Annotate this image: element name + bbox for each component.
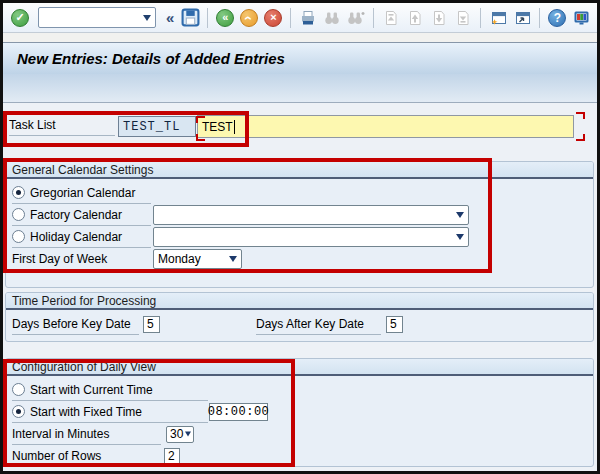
previous-page-button: [405, 8, 425, 28]
first-day-of-week-label: First Day of Week: [12, 252, 107, 266]
holiday-calendar-radio[interactable]: [12, 230, 25, 243]
print-icon: [299, 9, 317, 27]
find-next-button: [346, 8, 366, 28]
fixed-time-field[interactable]: 08:00:00: [209, 403, 268, 421]
task-list-description-field[interactable]: TEST: [197, 115, 574, 138]
first-day-of-week-value: Monday: [158, 252, 201, 266]
interval-value: 30: [170, 427, 183, 441]
title-panel: New Entries: Details of Added Entries: [3, 42, 597, 103]
days-before-key-date-field[interactable]: 5: [143, 316, 160, 333]
chevron-down-icon: [229, 256, 237, 262]
row-key-date-days: Days Before Key Date 5 Days After Key Da…: [12, 313, 593, 335]
enter-button[interactable]: ✓: [10, 8, 30, 28]
interval-in-minutes-label: Interval in Minutes: [12, 427, 109, 441]
selection-bracket-top-right: [576, 112, 585, 119]
holiday-calendar-dropdown[interactable]: [153, 227, 469, 247]
new-session-icon: [489, 9, 508, 27]
print-button[interactable]: [298, 8, 318, 28]
factory-calendar-radio[interactable]: [12, 208, 25, 221]
exit-button[interactable]: ‹: [239, 8, 259, 28]
help-button[interactable]: ?: [547, 8, 567, 28]
find-icon: [323, 9, 341, 27]
gregorian-calendar-radio[interactable]: [12, 186, 25, 199]
enter-check-icon: ✓: [11, 9, 29, 27]
help-icon: ?: [548, 9, 566, 27]
cancel-button[interactable]: ×: [263, 8, 283, 28]
task-list-description-value: TEST: [202, 120, 233, 134]
command-dropdown-icon[interactable]: [143, 15, 151, 21]
create-shortcut-button[interactable]: [512, 8, 532, 28]
group-time-period: Time Period for Processing Days Before K…: [5, 292, 594, 342]
first-page-icon: [382, 9, 400, 27]
row-factory-calendar: Factory Calendar: [12, 204, 593, 226]
find-button: [322, 8, 342, 28]
row-start-current-time: Start with Current Time: [12, 379, 593, 401]
command-input[interactable]: [42, 9, 138, 26]
gregorian-calendar-label: Gregorian Calendar: [30, 186, 135, 200]
factory-calendar-dropdown[interactable]: [153, 205, 469, 225]
row-interval-minutes: Interval in Minutes 30: [12, 423, 593, 445]
group-title: Configuration of Daily View: [6, 359, 593, 376]
toolbar-separator: [539, 8, 540, 28]
toolbar-gap-strip: [3, 33, 597, 42]
selection-bracket-top-left: [196, 116, 205, 123]
save-icon: [181, 8, 200, 27]
start-fixed-time-radio[interactable]: [12, 405, 25, 418]
exit-icon: ‹: [240, 9, 258, 27]
customize-layout-icon: [572, 9, 591, 27]
previous-page-icon: [406, 9, 424, 27]
new-session-button[interactable]: [488, 8, 508, 28]
toolbar-separator: [373, 8, 374, 28]
row-holiday-calendar: Holiday Calendar: [12, 226, 593, 248]
number-of-rows-label: Number of Rows: [12, 449, 101, 463]
text-cursor: [234, 120, 235, 134]
chevron-down-icon: [185, 432, 191, 437]
last-page-button: [453, 8, 473, 28]
save-button[interactable]: [180, 8, 200, 28]
holiday-calendar-label: Holiday Calendar: [30, 230, 122, 244]
customize-layout-button[interactable]: [571, 8, 591, 28]
group-title: Time Period for Processing: [6, 293, 593, 310]
start-fixed-time-label: Start with Fixed Time: [30, 405, 142, 419]
number-of-rows-field[interactable]: 2: [164, 448, 180, 464]
start-current-time-label: Start with Current Time: [30, 383, 153, 397]
title-panel-lower-band: [3, 74, 597, 102]
next-page-icon: [430, 9, 448, 27]
first-day-of-week-dropdown[interactable]: Monday: [153, 249, 242, 269]
row-start-fixed-time: Start with Fixed Time 08:00:00: [12, 401, 593, 423]
standard-toolbar: ✓ « « ‹ ×: [3, 3, 597, 33]
cancel-icon: ×: [264, 9, 282, 27]
create-shortcut-icon: [513, 9, 532, 27]
row-first-day-of-week: First Day of Week Monday: [12, 248, 593, 270]
interval-dropdown[interactable]: 30: [166, 426, 194, 443]
group-daily-view: Configuration of Daily View Start with C…: [5, 358, 594, 467]
group-general-calendar-settings: General Calendar Settings Gregorian Cale…: [5, 161, 594, 288]
back-button[interactable]: «: [215, 8, 235, 28]
selection-bracket-bottom-left: [196, 134, 205, 141]
command-field[interactable]: [38, 7, 156, 28]
chevron-down-icon: [456, 234, 464, 240]
toolbar-separator: [207, 8, 208, 28]
group-title: General Calendar Settings: [6, 162, 593, 179]
back-icon: «: [216, 9, 234, 27]
find-next-icon: [347, 9, 365, 27]
chevron-down-icon: [456, 212, 464, 218]
last-page-icon: [454, 9, 472, 27]
days-after-key-date-label: Days After Key Date: [256, 317, 364, 331]
row-number-of-rows: Number of Rows 2: [12, 445, 593, 467]
content-area: Task List TEST_TL TEST General Calendar …: [3, 103, 597, 471]
collapse-toolbar-icon[interactable]: «: [166, 9, 174, 26]
toolbar-separator: [290, 8, 291, 28]
factory-calendar-label: Factory Calendar: [30, 208, 122, 222]
days-after-key-date-field[interactable]: 5: [386, 316, 403, 333]
start-current-time-radio[interactable]: [12, 383, 25, 396]
selection-bracket-bottom-right: [576, 134, 585, 141]
page-title: New Entries: Details of Added Entries: [17, 50, 285, 67]
task-list-label: Task List: [9, 115, 115, 136]
first-page-button: [381, 8, 401, 28]
days-before-key-date-label: Days Before Key Date: [12, 317, 131, 331]
task-list-name-field[interactable]: TEST_TL: [118, 116, 196, 137]
toolbar-separator: [480, 8, 481, 28]
next-page-button: [429, 8, 449, 28]
sap-gui-window: ✓ « « ‹ ×: [0, 0, 600, 474]
